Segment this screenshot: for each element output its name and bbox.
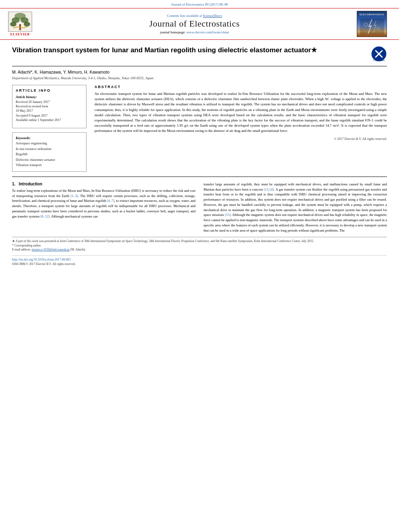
keywords-list: Aerospace engineeringIn situ resource ut… bbox=[16, 141, 83, 168]
received1: Received 20 January 2017 bbox=[16, 100, 83, 104]
journal-title: Journal of Electrostatics bbox=[32, 18, 357, 29]
intro-col-right-text: transfer large amounts of regolith, they… bbox=[204, 182, 387, 233]
svg-point-4 bbox=[10, 22, 16, 27]
footnote-corresponding: * Corresponding author. bbox=[12, 244, 387, 248]
elsevier-tree-graphic bbox=[8, 12, 32, 32]
journal-cover-image: ELECTROSTATICS bbox=[357, 11, 387, 37]
available: Available online 1 September 2017 bbox=[16, 118, 83, 122]
abstract-column: ABSTRACT An electrostatic transport syst… bbox=[95, 85, 387, 172]
article-history: Article history: Received 20 January 201… bbox=[16, 95, 83, 122]
article-title-section: Vibration transport system for lunar and… bbox=[12, 46, 387, 66]
intro-section: 1. Introduction To realize long-term exp… bbox=[12, 182, 387, 233]
ref-link[interactable]: [15] bbox=[225, 213, 230, 217]
article-info-heading: ARTICLE INFO bbox=[16, 88, 83, 92]
crossmark-logo[interactable]: CrossMark bbox=[371, 46, 387, 63]
abstract-heading: ABSTRACT bbox=[95, 85, 387, 89]
intro-section-num: 1. bbox=[12, 182, 15, 186]
article-title: Vibration transport system for lunar and… bbox=[12, 46, 371, 55]
journal-link-text[interactable]: Journal of Electrostatics 89 (2017) 88–9… bbox=[171, 2, 228, 6]
contents-label: Contents lists available at bbox=[167, 14, 202, 18]
keyword-item: Vibration transport bbox=[16, 162, 83, 168]
footnote-email: E-mail address: masato.a-1019@toki.wased… bbox=[12, 248, 387, 252]
email-label: E-mail address: bbox=[12, 248, 31, 251]
intro-section-title: 1. Introduction bbox=[12, 182, 195, 186]
accepted: Accepted 9 August 2017 bbox=[16, 113, 83, 118]
svg-rect-7 bbox=[360, 18, 384, 35]
keyword-item: Dielectric elastomer actuator bbox=[16, 157, 83, 163]
intro-col-left: 1. Introduction To realize long-term exp… bbox=[12, 182, 195, 233]
affiliation: Department of Applied Mechanics, Waseda … bbox=[12, 76, 387, 80]
keywords-heading: Keywords: bbox=[16, 136, 83, 140]
intro-col-right: transfer large amounts of regolith, they… bbox=[204, 182, 387, 233]
intro-col-left-text: To realize long-term explorations of the… bbox=[12, 188, 195, 219]
ref-link[interactable]: [1–3] bbox=[71, 194, 78, 198]
sciencedirect-link[interactable]: ScienceDirect bbox=[203, 14, 222, 18]
doi-link[interactable]: http://dx.doi.org/10.1016/j.elstat.2017.… bbox=[12, 258, 70, 261]
article-info-column: ARTICLE INFO Article history: Received 2… bbox=[12, 85, 86, 172]
journal-header-center: Contents lists available at ScienceDirec… bbox=[32, 14, 357, 34]
ref-link[interactable]: [4–7] bbox=[107, 199, 114, 203]
email-link[interactable]: masato.a-1019@toki.waseda.jp bbox=[32, 248, 70, 251]
received2-date: 19 May 2017 bbox=[16, 109, 83, 113]
cover-label: ELECTROSTATICS bbox=[359, 12, 385, 16]
email-suffix: (M. Adachi). bbox=[70, 248, 86, 251]
section-divider bbox=[12, 177, 387, 177]
homepage-label: journal homepage: bbox=[160, 30, 186, 34]
abstract-text: An electrostatic transport system for lu… bbox=[95, 91, 387, 134]
intro-section-title-text: Introduction bbox=[19, 182, 42, 186]
keyword-item: In situ resource utilization bbox=[16, 146, 83, 152]
svg-point-5 bbox=[24, 22, 30, 27]
cover-graphic bbox=[360, 18, 384, 35]
article-meta-row: ARTICLE INFO Article history: Received 2… bbox=[12, 85, 387, 172]
elsevier-tree-svg bbox=[9, 12, 31, 31]
main-content: Vibration transport system for lunar and… bbox=[0, 40, 399, 272]
journal-header: ELSEVIER Contents lists available at Sci… bbox=[0, 8, 399, 40]
elsevier-logo: ELSEVIER bbox=[8, 12, 32, 36]
homepage-url[interactable]: www.elsevier.com/locate/elstat bbox=[186, 30, 229, 34]
ref-link[interactable]: [13,14] bbox=[264, 187, 274, 191]
article-info-box: ARTICLE INFO Article history: Received 2… bbox=[12, 85, 86, 128]
keywords-box: Keywords: Aerospace engineeringIn situ r… bbox=[12, 132, 86, 172]
received2: Received in revised form bbox=[16, 104, 83, 109]
abstract-copyright: © 2017 Elsevier B.V. All rights reserved… bbox=[95, 137, 387, 141]
contents-text: Contents lists available at ScienceDirec… bbox=[32, 14, 357, 18]
bottom-links: http://dx.doi.org/10.1016/j.elstat.2017.… bbox=[12, 255, 387, 266]
copyright-bottom: 0304-3886/© 2017 Elsevier B.V. All right… bbox=[12, 262, 387, 266]
authors: M. Adachi*, K. Hamazawa, Y. Mimuro, H. K… bbox=[12, 70, 387, 74]
footnote-star: ★ A part of this work was presented at J… bbox=[12, 239, 387, 244]
keyword-item: Regolith bbox=[16, 152, 83, 157]
svg-text:CrossMark: CrossMark bbox=[373, 59, 385, 62]
keyword-item: Aerospace engineering bbox=[16, 141, 83, 146]
ref-link[interactable]: [8–12] bbox=[41, 214, 50, 218]
elsevier-wordmark: ELSEVIER bbox=[10, 33, 30, 36]
crossmark-svg: CrossMark bbox=[371, 46, 387, 62]
footnote-area: ★ A part of this work was presented at J… bbox=[12, 237, 387, 252]
journal-link: Journal of Electrostatics 89 (2017) 88–9… bbox=[0, 0, 399, 8]
history-label: Article history: bbox=[16, 95, 83, 99]
journal-homepage: journal homepage: www.elsevier.com/locat… bbox=[32, 30, 357, 34]
